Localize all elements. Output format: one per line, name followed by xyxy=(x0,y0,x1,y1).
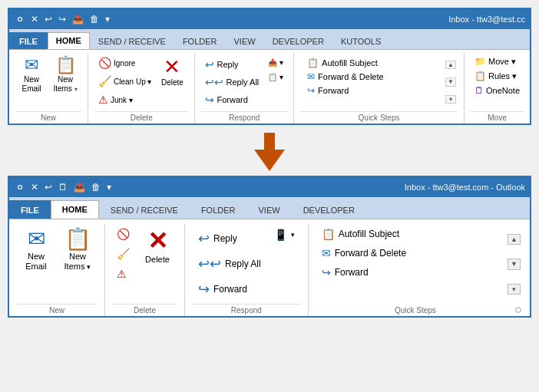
onenote-button[interactable]: 🗒 OneNote xyxy=(471,84,524,97)
bottom-group-delete: 🚫 🧹 ⚠ ✕ Delete Delet xyxy=(105,224,185,316)
tab-kutools[interactable]: KUTOOLS xyxy=(332,32,389,49)
bottom-ignore-button[interactable]: 🚫 xyxy=(113,226,136,242)
bottom-qs-corner-btn[interactable]: ⬡ xyxy=(514,305,522,315)
bottom-new-email-label: NewEmail xyxy=(25,252,47,272)
bottom-forward-button[interactable]: ↪ Forward xyxy=(193,278,266,301)
tab-file[interactable]: FILE xyxy=(9,32,48,49)
bottom-new-email-button[interactable]: ✉ NewEmail xyxy=(17,226,55,275)
bottom-qs-scroll-expand[interactable]: ▾ xyxy=(508,284,521,295)
bottom-new-items-button[interactable]: 📋 NewItems ▾ xyxy=(58,226,97,275)
qat-send-receive[interactable]: 📤 xyxy=(71,14,85,25)
arrow-head xyxy=(254,150,285,171)
top-ribbon-body: ✉ NewEmail 📋 NewItems ▾ New 🚫 Ignore xyxy=(9,49,530,124)
reply-icon: ↩ xyxy=(205,58,214,71)
bottom-qs-forward[interactable]: ↪ Forward xyxy=(316,264,506,281)
qs-autofill[interactable]: 📋 Autofill Subject xyxy=(303,56,441,70)
quicksteps-scroll: ▲ ▼ ▾ xyxy=(444,54,458,110)
forward-button[interactable]: ↪ Forward xyxy=(201,91,263,108)
bottom-cleanup-icon: 🧹 xyxy=(117,248,130,260)
bottom-qat-send-receive[interactable]: 📤 xyxy=(72,182,87,193)
new-items-label: NewItems ▾ xyxy=(53,75,77,94)
bottom-tab-file[interactable]: FILE xyxy=(9,200,51,219)
qat-close[interactable]: ✕ xyxy=(29,14,40,25)
bottom-tab-folder[interactable]: FOLDER xyxy=(190,200,247,219)
qat-delete[interactable]: 🗑 xyxy=(88,14,101,25)
bottom-tab-bar: FILE HOME SEND / RECEIVE FOLDER VIEW DEV… xyxy=(9,197,530,219)
bottom-tab-developer[interactable]: DEVELOPER xyxy=(292,200,366,219)
tab-send-receive[interactable]: SEND / RECEIVE xyxy=(90,32,174,49)
bottom-qs-forward-label: Forward xyxy=(335,267,369,278)
bottom-reply-all-button[interactable]: ↩↩ Reply All xyxy=(193,252,266,275)
reply-all-button[interactable]: ↩↩ Reply All xyxy=(201,74,263,91)
new-items-icon: 📋 xyxy=(55,57,76,74)
arrow-shaft xyxy=(264,133,275,150)
bottom-delete-label: Delete xyxy=(145,255,170,265)
top-group-respond-label: Respond xyxy=(201,111,287,124)
bottom-tab-send-receive[interactable]: SEND / RECEIVE xyxy=(99,200,190,219)
outlook-logo: O xyxy=(14,13,26,25)
tab-view[interactable]: VIEW xyxy=(226,32,264,49)
bottom-ribbon-window: O ✕ ↩ 🗒 📤 🗑 ▾ Inbox - ttw3@test.com - Ou… xyxy=(8,176,531,318)
junk-button[interactable]: ⚠ Junk ▾ xyxy=(94,91,155,108)
bottom-qat-onenote[interactable]: 🗒 xyxy=(57,182,69,193)
bottom-group-delete-label: Delete xyxy=(113,304,177,316)
tab-developer[interactable]: DEVELOPER xyxy=(264,32,332,49)
bottom-qs-forward-delete-label: Forward & Delete xyxy=(335,248,406,259)
move-button[interactable]: 📁 Move ▾ xyxy=(471,54,524,68)
bottom-junk-button[interactable]: ⚠ xyxy=(113,265,136,282)
bottom-group-respond: ↩ Reply ↩↩ Reply All ↪ Forward 📱 xyxy=(185,224,309,316)
qs-scroll-down[interactable]: ▼ xyxy=(445,77,456,87)
qs-scroll-expand[interactable]: ▾ xyxy=(445,95,456,104)
bottom-reply-all-label: Reply All xyxy=(225,259,261,269)
qat-redo[interactable]: ↪ xyxy=(57,14,68,25)
bottom-qat-undo[interactable]: ↩ xyxy=(43,182,54,193)
reply-button[interactable]: ↩ Reply xyxy=(201,56,263,73)
ignore-button[interactable]: 🚫 Ignore xyxy=(94,54,155,71)
more-respond-2[interactable]: 📋 ▾ xyxy=(264,71,287,84)
move-folder-icon: 📁 xyxy=(475,56,486,67)
rules-button[interactable]: 📋 Rules ▾ xyxy=(471,69,524,83)
bottom-junk-icon: ⚠ xyxy=(117,268,127,280)
bottom-qs-scroll-up[interactable]: ▲ xyxy=(508,234,521,245)
bottom-reply-all-icon: ↩↩ xyxy=(198,255,221,272)
bottom-ribbon-body: ✉ NewEmail 📋 NewItems ▾ New 🚫 xyxy=(9,219,530,316)
bottom-delete-button[interactable]: ✕ Delete xyxy=(138,226,177,268)
top-tab-bar: FILE HOME SEND / RECEIVE FOLDER VIEW DEV… xyxy=(9,29,530,49)
bottom-qs-scroll-down[interactable]: ▼ xyxy=(508,259,521,270)
delete-button[interactable]: ✕ Delete xyxy=(156,54,188,90)
qat-dropdown[interactable]: ▾ xyxy=(104,14,111,25)
forward-icon: ↪ xyxy=(205,94,214,106)
bottom-group-quicksteps: 📋 Autofill Subject ✉ Forward & Delete ↪ … xyxy=(309,224,530,316)
bottom-qs-forward-delete[interactable]: ✉ Forward & Delete xyxy=(316,245,506,262)
reply-all-icon: ↩↩ xyxy=(205,76,223,88)
more-respond-1[interactable]: 📤 ▾ xyxy=(264,56,287,69)
qat-undo[interactable]: ↩ xyxy=(43,14,54,25)
forward-label: Forward xyxy=(217,95,247,104)
qs-forward[interactable]: ↪ Forward xyxy=(303,84,441,97)
bottom-qat-dropdown[interactable]: ▾ xyxy=(105,182,113,193)
arrow-shape xyxy=(254,133,285,171)
top-qat: O ✕ ↩ ↪ 📤 🗑 ▾ xyxy=(14,13,111,25)
bottom-tab-view[interactable]: VIEW xyxy=(247,200,292,219)
bottom-reply-icon: ↩ xyxy=(198,230,210,247)
bottom-qat-close[interactable]: ✕ xyxy=(29,182,40,193)
bottom-cleanup-button[interactable]: 🧹 xyxy=(113,245,136,262)
cleanup-icon: 🧹 xyxy=(98,75,111,87)
tab-home[interactable]: HOME xyxy=(48,32,90,49)
bottom-more-respond[interactable]: 📱 ▾ xyxy=(269,226,300,244)
bottom-reply-button[interactable]: ↩ Reply xyxy=(193,227,266,250)
bottom-tab-home[interactable]: HOME xyxy=(51,200,99,219)
bottom-group-quicksteps-label: Quick Steps xyxy=(316,305,514,316)
qs-scroll-up[interactable]: ▲ xyxy=(445,61,456,70)
cleanup-button[interactable]: 🧹 Clean Up ▾ xyxy=(94,73,155,90)
new-items-button[interactable]: 📋 NewItems ▾ xyxy=(49,54,81,96)
rules-label: Rules ▾ xyxy=(488,71,517,81)
tab-folder[interactable]: FOLDER xyxy=(174,32,226,49)
bottom-qs-autofill[interactable]: 📋 Autofill Subject xyxy=(316,226,506,242)
new-email-button[interactable]: ✉ NewEmail xyxy=(15,54,48,96)
qs-forward-delete-icon: ✉ xyxy=(307,71,315,82)
bottom-qs-forward-icon: ↪ xyxy=(322,266,331,278)
bottom-qat-delete[interactable]: 🗑 xyxy=(90,182,102,193)
qs-forward-delete[interactable]: ✉ Forward & Delete xyxy=(303,70,441,84)
top-ribbon-window: O ✕ ↩ ↪ 📤 🗑 ▾ Inbox - ttw3@test.cc FILE … xyxy=(8,8,531,125)
